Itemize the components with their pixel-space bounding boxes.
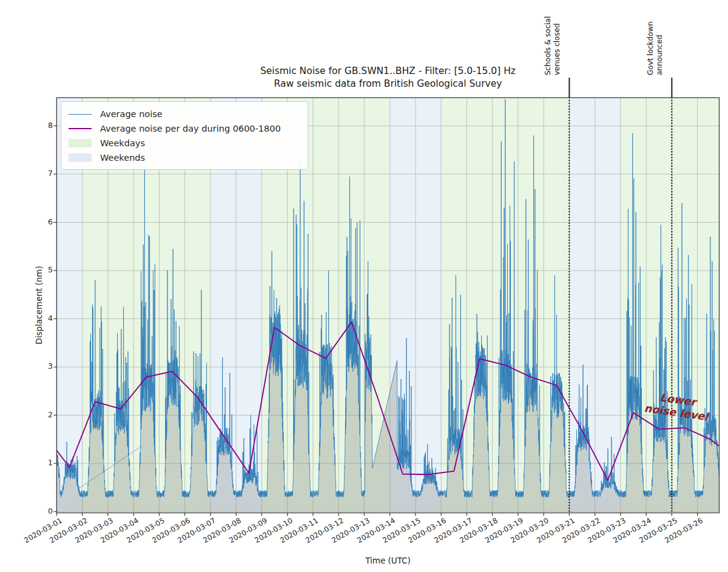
legend: Average noise Average noise per day duri… bbox=[61, 101, 308, 170]
legend-line-sample-daily-average bbox=[69, 128, 92, 129]
y-tick-label: 3 bbox=[29, 362, 53, 371]
legend-patch-weekdays bbox=[69, 139, 92, 147]
event-annotation-lockdown-line1: Govt lockdown bbox=[647, 21, 655, 75]
legend-label: Average noise bbox=[100, 109, 163, 119]
y-tick-label: 4 bbox=[29, 314, 53, 323]
y-tick-label: 7 bbox=[29, 169, 53, 178]
legend-item-daily-average: Average noise per day during 0600-1800 bbox=[69, 121, 300, 136]
event-annotation-schools-line1: Schools & social bbox=[544, 16, 552, 75]
y-tick-label: 2 bbox=[29, 410, 53, 419]
chart-title-line1: Seismic Noise for GB.SWN1..BHZ - Filter:… bbox=[56, 66, 720, 76]
x-axis-label: Time (UTC) bbox=[56, 556, 720, 565]
y-tick-label: 6 bbox=[29, 217, 53, 226]
figure-canvas: Seismic Noise for GB.SWN1..BHZ - Filter:… bbox=[0, 0, 728, 572]
event-annotation-lockdown-line2: announced bbox=[656, 35, 664, 75]
chart-title-line2: Raw seismic data from British Geological… bbox=[56, 78, 720, 89]
y-axis-label: Displacement (nm) bbox=[34, 266, 44, 344]
legend-label: Weekends bbox=[100, 153, 145, 163]
legend-item-weekends: Weekends bbox=[69, 150, 300, 165]
legend-label: Weekdays bbox=[100, 138, 145, 148]
legend-patch-weekends bbox=[69, 153, 92, 162]
y-tick-label: 5 bbox=[29, 265, 53, 274]
y-tick-label: 1 bbox=[29, 458, 53, 467]
legend-label: Average noise per day during 0600-1800 bbox=[100, 124, 281, 133]
event-annotation-schools-line2: venues closed bbox=[553, 23, 561, 75]
y-tick-label: 8 bbox=[29, 121, 53, 130]
legend-line-sample-average-noise bbox=[69, 114, 92, 115]
legend-item-average-noise: Average noise bbox=[69, 107, 300, 121]
y-tick-label: 0 bbox=[29, 506, 53, 516]
legend-item-weekdays: Weekdays bbox=[69, 136, 300, 150]
